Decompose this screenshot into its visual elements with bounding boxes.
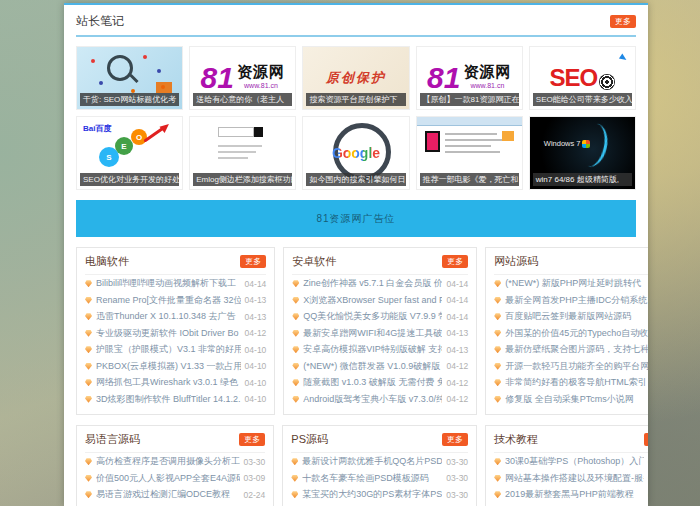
list-item[interactable]: 安卓高仿模拟器VIP特别版破解 支持04-13 [292,342,468,358]
list-item[interactable]: 迅雷Thunder X 10.1.10.348 去广告04-13 [85,309,266,325]
item-title: 专业级驱动更新软件 IObit Driver Bo [96,327,241,340]
thumbnail-google-search[interactable]: Google 如今国内的搜索引擎如何日 [302,116,409,190]
thumbnail-emlog-search[interactable]: Emlog侧边栏添加搜索框功能 [189,116,296,190]
item-date: 04-10 [245,394,267,404]
list-item[interactable]: 2019最新整套黑马PHP前端教程03-09 [494,487,648,503]
list-item[interactable]: QQ美化愉悦美女多功能版 V7.9.9 带04-14 [292,309,468,325]
more-button-android-software[interactable]: 更多 [442,255,468,268]
list-item[interactable]: Bilibili哔哩哔哩动画视频解析下载工04-14 [85,276,266,292]
thumbnail-81-resource-2[interactable]: 81 资源网 www.81.cn 【原创】一款81资源网正在 [416,46,523,110]
more-button-ps-source[interactable]: 更多 [442,433,468,446]
list-item[interactable]: 十款名车豪车绘画PSD模板源码03-30 [291,471,468,487]
thumbnail-win7-lite[interactable]: Windows 7 win7 64/86 超级精简版, [529,116,636,190]
list-item[interactable]: 外国某的价值45元的Typecho自动收03-21 [494,326,648,342]
list-item[interactable]: 易语言游戏过检测汇编ODCE教程02-24 [85,487,265,503]
list-sections-row-2: 易语言源码 更多 高仿检查程序是否调用摄像头分析工具03-30 价值500元人人… [76,425,636,506]
more-button-easy-language[interactable]: 更多 [239,433,265,446]
list-item[interactable]: 开源一款轻巧且功能齐全的购平台网03-20 [494,359,648,375]
item-title: 最新安卓蹭网WIFI和4G提速工具破解 [303,327,442,340]
item-date: 04-14 [245,279,267,289]
thumbnail-81-resource-1[interactable]: 81 资源网 www.81.cn 送给有心意的你（老主人 [189,46,296,110]
growth-arrow-icon [160,121,172,133]
section-title: 技术教程 [494,432,538,447]
list-item[interactable]: (*NEW*) 微信群发器 V1.0.9破解版04-12 [292,359,468,375]
mock-rating-badge [502,131,514,141]
gem-icon [494,346,501,353]
logo-url: www.81.cn [470,82,504,89]
gem-icon [494,491,501,498]
section-ps-source: PS源码 更多 最新设计两款优雅手机QQ名片PSD源03-30 十款名车豪车绘画… [282,425,477,506]
content-card: 站长笔记 更多 干货: SEO网站标题优化考 81 资源网 www.81.cn … [64,3,648,506]
list-item[interactable]: 百度贴吧云签到最新版网站源码03-25 [494,309,648,325]
thumbnail-seo-title-optimize[interactable]: 干货: SEO网站标题优化考 [76,46,183,110]
gem-icon [292,346,299,353]
list-item[interactable]: Android版驾考宝典小车版 v7.3.0/纯04-12 [292,392,468,408]
thumbnail-seo-business[interactable]: Bai百度 S E O SEO优化对业务开发的好处 [76,116,183,190]
more-button-webmaster-notes[interactable]: 更多 [610,15,636,28]
gem-icon [291,458,298,465]
gem-icon [85,363,92,370]
original-protection-text: 原创保护 [326,69,386,87]
item-title: Bilibili哔哩哔哩动画视频解析下载工 [96,277,241,290]
item-title: 3D炫彩图制作软件 BluffTitler 14.1.2. [96,393,241,406]
logo-81: 81 [427,63,460,93]
list-item[interactable]: PKBOX(云卓模拟器) V1.33 一款占用04-10 [85,359,266,375]
thumbnail-seo-income[interactable]: SEO SEO能给公司带来多少收入 [529,46,636,110]
seo-circle-e: E [115,137,133,155]
list-item[interactable]: 最新设计两款优雅手机QQ名片PSD源03-30 [291,454,468,470]
gem-icon [494,330,501,337]
gem-icon [85,313,92,320]
item-title: 最新全网首发PHP主播IDC分销系统 [505,294,648,307]
item-date: 04-13 [245,295,267,305]
list-item[interactable]: 随意截图 v1.0.3 破解版 无需付费 免04-12 [292,375,468,391]
item-title: 百度贴吧云签到最新版网站源码 [505,310,648,323]
gem-icon [291,491,298,498]
logo-text-wrap: 资源网 www.81.cn [237,63,285,89]
mock-search-input [218,127,254,137]
gem-icon [85,280,92,287]
section-tech-tutorials: 技术教程 更多 30课0基础学PS（Photoshop）入门04-13 网站基本… [485,425,648,506]
thumbnail-caption: 送给有心意的你（老主人 [193,93,292,106]
list-item[interactable]: 最新全网首发PHP主播IDC分销系统03-31 [494,293,648,309]
section-header: PS源码 更多 [291,432,468,453]
item-title: 最新设计两款优雅手机QQ名片PSD源 [302,455,442,468]
logo-81: 81 [201,63,234,93]
logo-name: 资源网 [237,63,285,82]
thumbnail-movie-recommend[interactable]: 推荐一部电影《爱，死亡和 [416,116,523,190]
list-item[interactable]: 修复版 全自动采集PTcms小说网03-09 [494,392,648,408]
list-item[interactable]: 某宝买的大约30G的PS素材字体PSD03-30 [291,487,468,503]
logo-url: www.81.cn [244,82,278,89]
gem-icon [85,330,92,337]
more-button-tech-tutorials[interactable]: 更多 [644,433,648,446]
list-item[interactable]: 护眼宝（护眼模式）V3.1 非常的好用04-10 [85,342,266,358]
item-title: Rename Pro[文件批量重命名器 32位 6 [96,294,241,307]
gem-icon [292,363,299,370]
list-item[interactable]: 3D炫彩图制作软件 BluffTitler 14.1.2.04-10 [85,392,266,408]
thumbnail-grid: 干货: SEO网站标题优化考 81 资源网 www.81.cn 送给有心意的你（… [76,46,636,190]
list-item[interactable]: Rename Pro[文件批量重命名器 32位 604-13 [85,293,266,309]
mock-text-line [218,157,248,159]
gem-icon [494,363,501,370]
list-item[interactable]: 30课0基础学PS（Photoshop）入门04-13 [494,454,648,470]
mock-text-line [218,145,262,147]
baidu-logo-text: Bai百度 [83,123,111,134]
list-item[interactable]: 高仿检查程序是否调用摄像头分析工具03-30 [85,454,265,470]
list-item[interactable]: 网络抓包工具Wireshark v3.0.1 绿色04-10 [85,375,266,391]
list-item[interactable]: 网站基本操作搭建以及环境配置-服务03-21 [494,471,648,487]
thumbnail-original-protection[interactable]: 原创保护 搜索资源平台原创保护下 [302,46,409,110]
list-item[interactable]: 价值500元人人影视APP全套E4A源码03-09 [85,471,265,487]
target-icon [599,74,615,90]
section-title: PS源码 [291,432,328,447]
ad-banner[interactable]: 81资源网广告位 [76,200,636,237]
list-item[interactable]: X浏览器XBrowser Super fast and P04-14 [292,293,468,309]
list-item[interactable]: 最新仿壁纸聚合图片源码，支持七种图03-20 [494,342,648,358]
list-item[interactable]: 专业级驱动更新软件 IObit Driver Bo04-12 [85,326,266,342]
gem-icon [292,297,299,304]
item-date: 03-30 [446,457,468,467]
list-item[interactable]: (*NEW*) 新版PHP网址延时跳转代04-08 [494,276,648,292]
list-item[interactable]: 最新安卓蹭网WIFI和4G提速工具破解04-13 [292,326,468,342]
list-item[interactable]: Zine创作神器 v5.7.1 白金会员版 价值04-14 [292,276,468,292]
gem-icon [85,475,92,482]
list-item[interactable]: 非常简约好看的极客导航HTML索引03-10 [494,375,648,391]
more-button-pc-software[interactable]: 更多 [240,255,266,268]
